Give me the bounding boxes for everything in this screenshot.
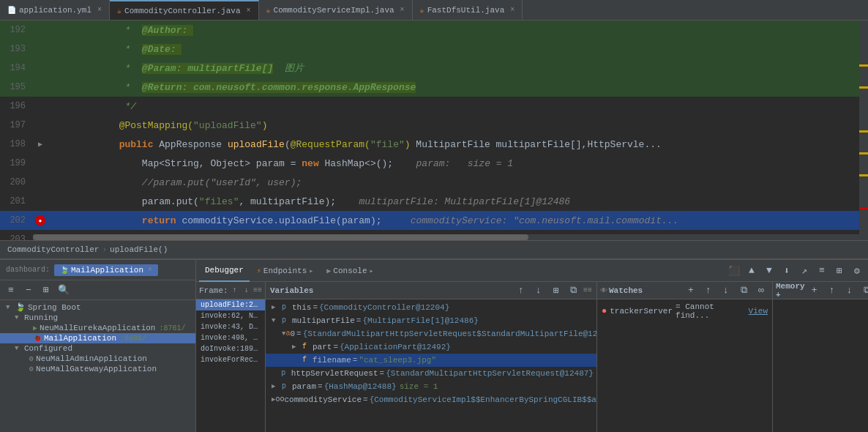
fold-btn-198[interactable]: ▶ xyxy=(36,140,45,149)
variables-panel: Variables ↑ ↓ ⊞ ⧉ ≡≡ ▶ p this xyxy=(266,282,597,432)
var-commodity-service[interactable]: ▶ oo commodityService = {CommodityServic… xyxy=(266,393,596,406)
memory-up-btn[interactable]: ↑ xyxy=(824,283,840,299)
debug-run-icon: 🐞 xyxy=(33,334,42,343)
editor-area: 192 * @Author: 193 * @Date: 194 * @Param… xyxy=(0,21,868,240)
var-http[interactable]: p httpServletRequest = {StandardMultipar… xyxy=(266,367,596,380)
breadcrumb-part2[interactable]: uploadFile() xyxy=(110,245,168,254)
breadcrumb-part1[interactable]: CommodityController xyxy=(7,245,99,254)
frame-up-btn[interactable]: ↑ xyxy=(230,283,240,299)
tab-application-yml[interactable]: 📄 application.yml × xyxy=(0,0,110,21)
watch-infinite-btn[interactable]: ∞ xyxy=(753,283,769,299)
var-arrow: ▶ xyxy=(292,341,302,353)
var-icon-oo: oo xyxy=(275,394,284,406)
var-sort-btn[interactable]: ⊞ xyxy=(548,283,564,299)
sidebar-filter-btn[interactable]: 🔍 xyxy=(56,282,72,298)
editor-scrollbar[interactable] xyxy=(859,21,868,240)
debug-threads[interactable]: ⊞ xyxy=(831,263,848,279)
var-expand-btn[interactable]: ↑ xyxy=(513,283,529,299)
dashboard-label: dashboard: xyxy=(6,266,50,274)
tab-endpoints[interactable]: ⚡ Endpoints ▸ xyxy=(251,260,319,282)
tab-close-btn[interactable]: × xyxy=(247,7,251,15)
debug-pause[interactable]: ▼ xyxy=(761,263,777,279)
tab-close-btn[interactable]: × xyxy=(97,6,102,14)
frame-item-3[interactable]: invoke:498, N... xyxy=(196,332,265,343)
var-arrow: ▶ xyxy=(272,381,282,392)
spring-icon: 🍃 xyxy=(15,302,26,312)
frame-down-btn[interactable]: ↓ xyxy=(242,283,252,299)
frame-item-1[interactable]: invoke:62, Na... xyxy=(196,310,265,321)
tree-running[interactable]: ▼ Running xyxy=(0,313,195,323)
var-counter: ≡≡ xyxy=(583,286,592,294)
variables-title: Variables xyxy=(270,286,313,295)
tree-mail-app[interactable]: 🐞 MailApplication :8089/ xyxy=(0,333,195,343)
mail-port: :8089/ xyxy=(120,335,146,343)
tab-close-btn[interactable]: × xyxy=(400,6,405,14)
tab-commodity-service-impl[interactable]: ☕ CommodityServiceImpl.java × xyxy=(259,0,413,21)
tab-label: FastDfsUtil.java xyxy=(427,6,505,15)
tree-springboot[interactable]: ▼ 🍃 Spring Boot xyxy=(0,302,195,313)
watch-tracker[interactable]: ● trackerServer = Cannot find... View xyxy=(597,301,772,321)
frame-item-0[interactable]: uploadFile:20... xyxy=(196,299,265,310)
frame-item-4[interactable]: doInvoke:189... xyxy=(196,343,265,354)
watches-eye-icon: 👁 xyxy=(600,286,607,295)
scroll-marker-yellow2 xyxy=(859,86,868,89)
editor-hscrollbar[interactable] xyxy=(33,234,859,240)
memory-down-btn[interactable]: ↓ xyxy=(842,283,858,299)
var-icon-p: p xyxy=(282,302,292,313)
watch-copy-btn[interactable]: ⧉ xyxy=(736,283,752,299)
memory-panel: Memory + + ↑ ↓ ⧉ ∞ xyxy=(773,282,868,432)
debug-settings[interactable]: ⚙ xyxy=(849,263,865,279)
java-icon: ☕ xyxy=(117,7,121,15)
tree-arrow: ▼ xyxy=(15,314,22,321)
console-icon: ▶ xyxy=(326,267,331,275)
debug-evaluate[interactable]: ≡ xyxy=(814,263,830,279)
tree-gateway-app[interactable]: ⚙ NeuMallGatewayApplication xyxy=(0,364,195,374)
var-part[interactable]: ▶ f part = {ApplicationPart@12492} xyxy=(266,340,596,354)
sidebar-tab-mailapp[interactable]: 🍃 MailApplication × xyxy=(54,264,158,276)
code-lines: 192 * @Author: 193 * @Date: 194 * @Param… xyxy=(0,21,868,240)
sidebar-list-btn[interactable]: ⊞ xyxy=(38,282,54,298)
watch-down-btn[interactable]: ↓ xyxy=(718,283,734,299)
watches-header: 👁 Watches + ↑ ↓ ⧉ ∞ xyxy=(597,282,772,299)
sidebar-expand-btn[interactable]: ≡ xyxy=(3,282,19,298)
debug-step-over[interactable]: ⬛ xyxy=(726,263,742,279)
frame-list: uploadFile:20... invoke:62, Na... invoke… xyxy=(196,299,265,432)
var-list: ▶ p this = {CommodityController@12204} ▼… xyxy=(266,299,596,432)
watch-up-btn[interactable]: ↑ xyxy=(700,283,717,299)
tab-fastdfs-util[interactable]: ☕ FastDfsUtil.java × xyxy=(413,0,523,21)
memory-add-btn[interactable]: + xyxy=(807,283,823,299)
memory-copy-btn[interactable]: ⧉ xyxy=(859,283,868,299)
sidebar-collapse-btn[interactable]: − xyxy=(20,282,37,298)
frame-item-2[interactable]: invoke:43, De... xyxy=(196,321,265,332)
watch-view-link[interactable]: View xyxy=(749,307,768,316)
breakpoint-202: ● xyxy=(35,215,45,226)
tab-commodity-controller[interactable]: ☕ CommodityController.java × xyxy=(110,0,258,21)
var-param[interactable]: ▶ p param = {HashMap@12488} size = 1 xyxy=(266,380,596,393)
var-collapse-btn[interactable]: ↓ xyxy=(531,283,547,299)
var-filename[interactable]: f filename = "cat_sleep3.jpg" xyxy=(266,354,596,367)
tree-eureka-app[interactable]: ▶ NeuMallEurekaApplication :8761/ xyxy=(0,323,195,333)
var-this[interactable]: ▶ p this = {CommodityController@12204} xyxy=(266,301,596,314)
tab-close-btn[interactable]: × xyxy=(510,6,515,14)
var-icon-p2: p xyxy=(282,315,292,327)
watch-add-btn[interactable]: + xyxy=(683,283,699,299)
yaml-icon: 📄 xyxy=(7,6,16,15)
debug-step-out[interactable]: ↗ xyxy=(796,263,812,279)
var-0[interactable]: ▼ a 0 = {StandardMultipartHttpServletReq… xyxy=(266,327,596,340)
scroll-marker-yellow3 xyxy=(859,152,868,154)
tab-debugger[interactable]: Debugger xyxy=(199,260,250,282)
tree-configured[interactable]: ▼ Configured xyxy=(0,343,195,354)
frame-item-5[interactable]: invokeForRec... xyxy=(196,354,265,365)
watches-title: Watches xyxy=(609,286,643,295)
tab-console[interactable]: ▶ Console ▸ xyxy=(321,260,379,282)
var-copy-btn[interactable]: ⧉ xyxy=(566,283,582,299)
app-tree: ▼ 🍃 Spring Boot ▼ Running ▶ NeuMallEurek… xyxy=(0,300,195,432)
memory-header: Memory + + ↑ ↓ ⧉ ∞ xyxy=(773,282,868,299)
sidebar-tab-close[interactable]: × xyxy=(148,266,152,274)
running-label: Running xyxy=(24,313,58,322)
debug-step-into[interactable]: ⬇ xyxy=(779,263,795,279)
var-multipart[interactable]: ▼ p multipartFile = {MultipartFile[1]@12… xyxy=(266,314,596,327)
debugger-panel: Debugger ⚡ Endpoints ▸ ▶ Console ▸ ⬛ ▲ ▼… xyxy=(196,260,868,432)
debug-resume[interactable]: ▲ xyxy=(744,263,760,279)
tree-admin-app[interactable]: ⚙ NeuMallAdminApplication xyxy=(0,354,195,364)
